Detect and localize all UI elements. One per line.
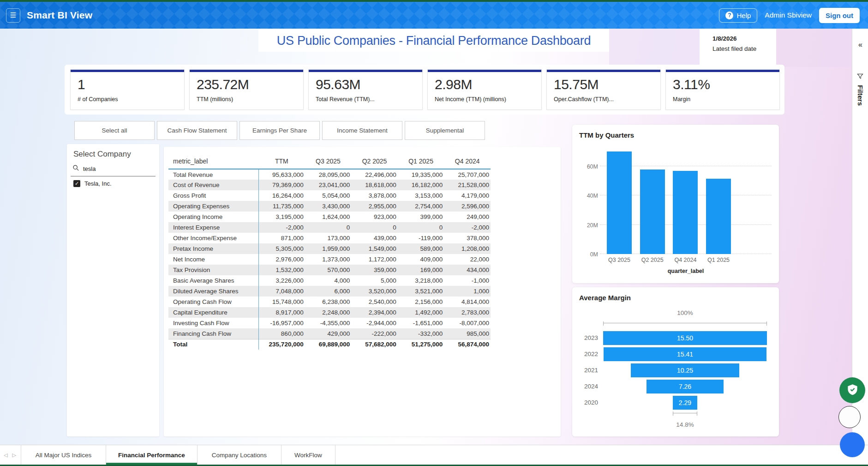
average-margin-chart: Average Margin 100% 202315.50202215.4120…: [572, 287, 779, 436]
table-row[interactable]: Operating Expenses11,735,0003,430,0002,9…: [168, 201, 491, 212]
shield-extension-button[interactable]: [839, 377, 865, 403]
financials-table-visual: metric_labelTTMQ3 2025Q2 2025Q1 2025Q4 2…: [164, 147, 561, 436]
value-cell: -4,355,000: [305, 318, 352, 328]
bar-chart-title: TTM by Quarters: [579, 131, 634, 139]
value-cell: 3,430,000: [305, 201, 352, 212]
metric-label-cell: Investing Cash Flow: [168, 318, 258, 328]
value-cell: 860,000: [258, 328, 305, 339]
funnel-bar-2020[interactable]: 2.29: [673, 396, 697, 410]
value-cell: 1,959,000: [305, 243, 352, 254]
funnel-year-label: 2022: [576, 347, 598, 361]
hamburger-menu-button[interactable]: ☰: [6, 8, 20, 23]
metric-label-cell: Operating Cash Flow: [168, 297, 258, 307]
value-cell: 2,540,000: [351, 297, 398, 307]
bar-q2-2025[interactable]: [640, 169, 665, 254]
help-button-label: Help: [736, 12, 751, 19]
kpi-value: 3.11%: [666, 72, 779, 92]
filters-pane-label[interactable]: Filters: [856, 85, 864, 106]
tab-all-major-us-indices[interactable]: All Major US Indices: [21, 445, 106, 465]
blue-circle-button[interactable]: [840, 432, 865, 457]
value-cell: 0: [351, 222, 398, 233]
previous-page-chevron-icon[interactable]: ◁: [4, 452, 7, 458]
company-search-box[interactable]: [71, 163, 156, 176]
filter-button-supplemental[interactable]: Supplemental: [405, 121, 485, 140]
table-row[interactable]: Operating Cash Flow15,748,0006,238,0002,…: [168, 297, 491, 307]
tab-nav-arrows: ◁ ▷: [0, 445, 21, 465]
bar-q1-2025[interactable]: [706, 179, 731, 254]
filter-button-earnings-per-share[interactable]: Earnings Per Share: [239, 121, 320, 140]
value-cell: 1,000: [444, 286, 491, 297]
kpi-label: Net Income (TTM) (millions): [428, 92, 541, 103]
value-cell: 0: [305, 222, 352, 233]
help-button[interactable]: ? Help: [719, 8, 757, 23]
expand-filters-chevron-icon[interactable]: «: [852, 41, 868, 49]
x-axis-category-label: Q2 2025: [636, 257, 669, 263]
table-row[interactable]: Capital Expenditure8,917,0002,248,0002,3…: [168, 307, 491, 318]
funnel-bar-2021[interactable]: 10.25: [631, 363, 739, 377]
value-cell: 3,521,000: [398, 286, 444, 297]
company-slicer-item[interactable]: ✓Tesla, Inc.: [67, 176, 159, 190]
column-header: Q4 2024: [444, 153, 491, 169]
column-header: metric_label: [168, 153, 258, 169]
value-cell: 1,208,000: [444, 243, 491, 254]
tab-financial-performance[interactable]: Financial Performance: [106, 445, 198, 465]
filter-button-income-statement[interactable]: Income Statement: [322, 121, 402, 140]
bar-q3-2025[interactable]: [607, 151, 632, 254]
app-header-bar: ☰ Smart BI View ? Help Admin Sbiview Sig…: [0, 2, 868, 29]
company-search-input[interactable]: [83, 165, 138, 172]
metric-label-cell: Interest Expense: [168, 222, 258, 233]
value-cell: 23,041,000: [305, 180, 352, 190]
value-cell: 378,000: [444, 233, 491, 243]
value-cell: 3,153,000: [398, 190, 444, 201]
value-cell: 173,000: [305, 233, 352, 243]
filter-button-cash-flow-statement[interactable]: Cash Flow Statement: [157, 121, 237, 140]
kpi-card: 1# of Companies: [70, 69, 185, 110]
table-row[interactable]: Cost of Revenue79,369,00023,041,00018,61…: [168, 180, 491, 190]
financials-table: metric_labelTTMQ3 2025Q2 2025Q1 2025Q4 2…: [168, 153, 491, 350]
table-row[interactable]: Basic Average Shares3,226,0004,0005,0003…: [168, 275, 491, 286]
filter-funnel-icon[interactable]: [857, 73, 863, 81]
metric-label-cell: Operating Income: [168, 212, 258, 222]
value-cell: 8,917,000: [258, 307, 305, 318]
app-title: Smart BI View: [27, 10, 92, 21]
value-cell: -2,944,000: [351, 318, 398, 328]
table-row[interactable]: Diluted Average Shares7,048,0006,0003,52…: [168, 286, 491, 297]
kpi-label: Margin: [666, 92, 779, 103]
metric-label-cell: Net Income: [168, 254, 258, 265]
bar-chart-x-axis-title: quarter_label: [600, 268, 772, 274]
column-header: Q1 2025: [398, 153, 444, 169]
table-row[interactable]: Tax Provision1,532,000570,000359,000169,…: [168, 265, 491, 275]
filter-button-select-all[interactable]: Select all: [74, 121, 155, 140]
value-cell: 1,624,000: [305, 212, 352, 222]
table-row[interactable]: Net Income2,976,0001,373,0001,172,000409…: [168, 254, 491, 265]
funnel-bar-2024[interactable]: 7.26: [647, 380, 723, 393]
latest-filed-date-card: 1/8/2026 Latest filed date: [700, 29, 776, 67]
value-cell: 434,000: [444, 265, 491, 275]
value-cell: -2,000: [258, 222, 305, 233]
table-row[interactable]: Operating Income3,195,0001,624,000923,00…: [168, 212, 491, 222]
logged-in-user-name: Admin Sbiview: [765, 11, 812, 19]
funnel-bar-2022[interactable]: 15.41: [604, 347, 766, 361]
metric-label-cell: Other Income/Expense: [168, 233, 258, 243]
table-row[interactable]: Gross Profit16,264,0005,054,0003,878,000…: [168, 190, 491, 201]
table-row[interactable]: Investing Cash Flow-16,957,000-4,355,000…: [168, 318, 491, 328]
sign-out-button[interactable]: Sign out: [819, 8, 860, 23]
value-cell: 11,735,000: [258, 201, 305, 212]
value-cell: 1,549,000: [351, 243, 398, 254]
value-cell: 2,976,000: [258, 254, 305, 265]
table-row[interactable]: Other Income/Expense871,000173,000439,00…: [168, 233, 491, 243]
table-row[interactable]: Financing Cash Flow860,000429,000-222,00…: [168, 328, 491, 339]
value-cell: 25,707,000: [444, 169, 491, 180]
tab-workflow[interactable]: WorkFlow: [281, 445, 335, 465]
checkbox-checked-icon[interactable]: ✓: [73, 180, 80, 187]
funnel-bar-2023[interactable]: 15.50: [603, 331, 767, 345]
table-row[interactable]: Interest Expense-2,000000-2,000: [168, 222, 491, 233]
value-cell: 871,000: [258, 233, 305, 243]
white-circle-button[interactable]: [838, 406, 861, 428]
tab-label: Financial Performance: [118, 452, 185, 459]
table-row[interactable]: Total Revenue95,633,00028,095,00022,496,…: [168, 169, 491, 180]
next-page-chevron-icon[interactable]: ▷: [12, 452, 16, 458]
tab-company-locations[interactable]: Company Locations: [198, 445, 281, 465]
bar-q4-2024[interactable]: [673, 171, 698, 254]
table-row[interactable]: Pretax Income5,305,0001,959,0001,549,000…: [168, 243, 491, 254]
